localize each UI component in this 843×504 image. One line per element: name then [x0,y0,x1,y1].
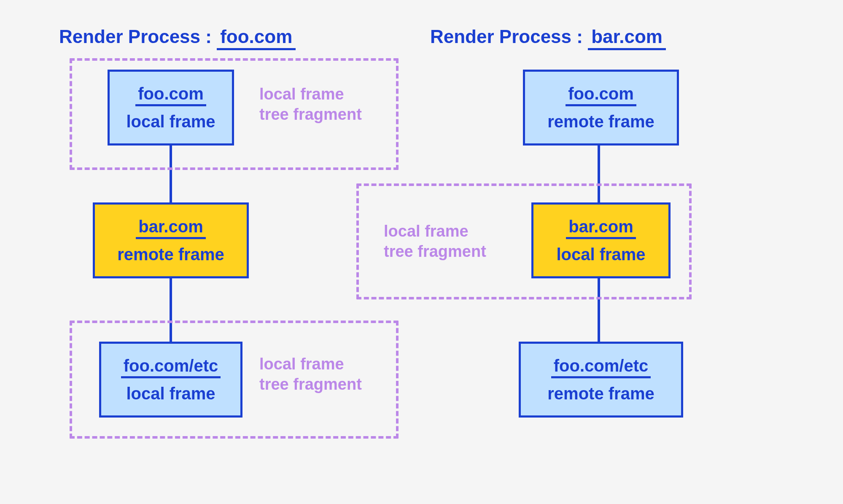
fragment-label-right-middle-line1: local frame [384,222,469,240]
fragment-label-left-top-line2: tree fragment [259,105,362,123]
heading-left: Render Process : foo.com [59,26,296,50]
node-left-0-domain: foo.com [135,84,206,106]
node-right-1-type: local frame [556,245,645,264]
node-left-2-type: local frame [126,384,215,403]
diagram-canvas: Render Process : foo.com Render Process … [0,0,843,504]
node-right-0-type: remote frame [547,112,654,131]
node-right-2-type: remote frame [547,384,654,403]
heading-left-prefix: Render Process : [59,26,217,47]
node-left-0-type: local frame [126,112,215,131]
fragment-label-left-bottom-line2: tree fragment [259,375,362,393]
fragment-label-right-middle: local frame tree fragment [384,221,486,261]
node-left-2-domain: foo.com/etc [121,356,221,378]
node-right-1-domain: bar.com [566,217,636,239]
node-right-0: foo.com remote frame [523,70,679,146]
fragment-label-right-middle-line2: tree fragment [384,243,486,260]
node-left-2: foo.com/etc local frame [99,342,242,418]
node-right-2: foo.com/etc remote frame [519,342,683,418]
node-left-1-type: remote frame [117,245,224,264]
node-left-1: bar.com remote frame [93,202,249,278]
fragment-label-left-bottom-line1: local frame [259,355,344,373]
fragment-label-left-bottom: local frame tree fragment [259,354,362,394]
node-left-1-domain: bar.com [136,217,205,239]
node-left-0: foo.com local frame [108,70,234,146]
heading-right-site: bar.com [588,26,666,50]
node-right-1: bar.com local frame [531,202,671,278]
heading-left-site: foo.com [217,26,296,50]
node-right-0-domain: foo.com [566,84,636,106]
heading-right-prefix: Render Process : [430,26,588,47]
fragment-label-left-top: local frame tree fragment [259,84,362,124]
node-right-2-domain: foo.com/etc [551,356,651,378]
fragment-label-left-top-line1: local frame [259,85,344,103]
heading-right: Render Process : bar.com [430,26,666,50]
